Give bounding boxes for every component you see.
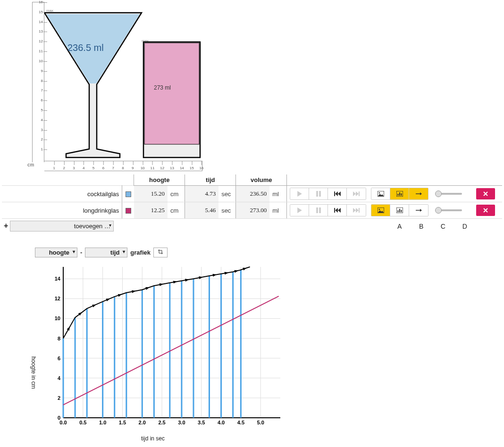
play-button[interactable] <box>290 205 309 216</box>
cocktail-glass <box>44 13 142 157</box>
chart-svg: 0.00.51.01.52.02.53.03.54.04.55.00246810… <box>35 262 290 432</box>
svg-text:14: 14 <box>55 276 61 281</box>
svg-rect-13 <box>401 210 402 212</box>
x-axis-label: tijd in sec <box>35 435 271 442</box>
svg-text:10: 10 <box>55 315 60 321</box>
svg-text:3.5: 3.5 <box>198 420 205 425</box>
svg-text:2.5: 2.5 <box>158 420 165 425</box>
svg-text:0.5: 0.5 <box>79 420 86 425</box>
grafiek-label: grafiek <box>130 249 151 256</box>
svg-text:8: 8 <box>58 336 60 341</box>
svg-text:2: 2 <box>58 395 60 401</box>
add-glass-select[interactable]: toevoegen … <box>10 221 114 232</box>
hoogte-unit: cm <box>168 186 185 202</box>
column-letters: ABCD <box>395 223 499 230</box>
header-tijd: tijd <box>185 174 236 186</box>
remove-button[interactable] <box>476 188 495 199</box>
glasses-svg <box>44 2 205 162</box>
column-letter: D <box>461 223 469 230</box>
hoogte-unit: cm <box>168 202 185 219</box>
rewind-button[interactable] <box>328 205 347 216</box>
svg-rect-6 <box>399 192 400 196</box>
svg-text:3.0: 3.0 <box>178 420 185 425</box>
svg-rect-5 <box>397 194 398 196</box>
volume-value: 236.50 <box>236 186 269 202</box>
svg-rect-1 <box>144 43 199 144</box>
remove-button[interactable] <box>476 205 495 216</box>
tijd-unit: sec <box>218 202 236 219</box>
cocktail-volume-label: 236.5 ml <box>67 42 104 53</box>
longdrink-glass <box>143 42 200 157</box>
cm-unit-label: cm <box>27 162 34 167</box>
glasses-table: hoogte tijd volume cocktailglas15.20cm4.… <box>2 174 502 233</box>
volume-unit: ml <box>269 186 287 202</box>
speed-slider[interactable] <box>436 193 462 195</box>
header-hoogte: hoogte <box>134 174 185 186</box>
glass-name: cocktailglas <box>2 186 122 202</box>
pause-button[interactable] <box>309 205 328 216</box>
tijd-value: 5.46 <box>185 202 218 219</box>
tool-bars-button[interactable] <box>390 205 409 216</box>
svg-rect-12 <box>399 209 400 212</box>
tool-image-button[interactable] <box>371 205 390 216</box>
svg-rect-11 <box>397 210 398 212</box>
svg-text:4.5: 4.5 <box>237 420 244 425</box>
crop-icon <box>158 249 163 255</box>
tijd-value: 4.73 <box>185 186 218 202</box>
column-letter: B <box>417 223 426 230</box>
svg-text:4.0: 4.0 <box>218 420 225 425</box>
column-letter: A <box>395 223 404 230</box>
glass-name: longdrinkglas <box>2 202 122 219</box>
svg-text:4: 4 <box>58 375 61 381</box>
tool-image-button[interactable] <box>371 188 390 199</box>
horizontal-ruler: 12345678910111213141516 <box>44 161 202 171</box>
tool-arrow-button[interactable] <box>409 205 428 216</box>
svg-text:6: 6 <box>58 356 60 361</box>
svg-text:2.0: 2.0 <box>139 420 146 425</box>
svg-text:5.0: 5.0 <box>257 420 264 425</box>
svg-point-3 <box>379 192 380 194</box>
y-axis-label: hoogte in cm <box>30 356 37 389</box>
tool-bars-button[interactable] <box>390 188 409 199</box>
pause-button[interactable] <box>309 188 328 199</box>
rewind-button[interactable] <box>328 188 347 199</box>
longdrink-volume-label: 273 ml <box>154 84 171 91</box>
add-plus-icon[interactable]: + <box>4 222 8 230</box>
tijd-unit: sec <box>218 186 236 202</box>
svg-rect-7 <box>401 193 402 196</box>
header-volume: volume <box>236 174 287 186</box>
svg-text:0.0: 0.0 <box>59 420 67 425</box>
svg-text:1.5: 1.5 <box>119 420 126 425</box>
speed-slider[interactable] <box>436 209 462 211</box>
color-swatch <box>126 191 131 197</box>
hoogte-value: 15.20 <box>134 186 168 202</box>
column-letter: C <box>439 223 447 230</box>
forward-button[interactable] <box>347 188 366 199</box>
graph-controls: hoogte - tijd grafiek <box>35 248 502 257</box>
volume-value: 273.00 <box>236 202 269 219</box>
svg-text:1.0: 1.0 <box>99 420 106 425</box>
volume-unit: ml <box>269 202 287 219</box>
hoogte-value: 12.25 <box>134 202 168 219</box>
graph-area: hoogte in cm 0.00.51.01.52.02.53.03.54.0… <box>35 262 502 442</box>
play-button[interactable] <box>290 188 309 199</box>
table-row: cocktailglas15.20cm4.73sec236.50ml <box>2 186 502 202</box>
color-swatch <box>126 208 131 214</box>
svg-point-9 <box>379 209 380 210</box>
y-axis-select[interactable]: hoogte <box>35 248 77 257</box>
glass-diagram: 12345678910111213141516 1234567891011121… <box>32 2 502 172</box>
vertical-ruler: 12345678910111213141516 <box>32 2 44 162</box>
forward-button[interactable] <box>347 205 366 216</box>
crop-button[interactable] <box>153 248 168 257</box>
x-axis-select[interactable]: tijd <box>85 248 127 257</box>
tool-arrow-button[interactable] <box>409 188 428 199</box>
svg-text:0: 0 <box>58 415 60 421</box>
svg-text:12: 12 <box>55 296 60 301</box>
table-row: longdrinkglas12.25cm5.46sec273.00ml <box>2 202 502 219</box>
